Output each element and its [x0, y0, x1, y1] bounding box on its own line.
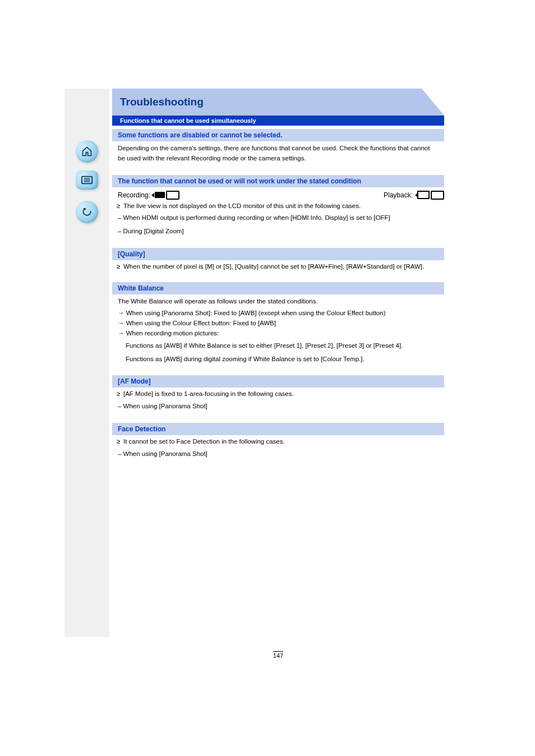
body-text: Depending on the camera's settings, ther…	[112, 141, 444, 165]
arrow-text: → When using the Colour Effect button: F…	[112, 318, 444, 328]
page: Troubleshooting Functions that cannot be…	[0, 0, 535, 756]
mode-icon-set-2	[417, 191, 444, 200]
section-heading: White Balance	[112, 282, 444, 294]
body-text: – When using [Panorama Shot]	[112, 447, 444, 460]
body-text: Functions as [AWB] if White Balance is s…	[112, 339, 444, 352]
body-text: Functions as [AWB] during digital zoomin…	[112, 352, 444, 366]
section-heading: [Quality]	[112, 248, 444, 260]
arrow-text: → When recording motion pictures:	[112, 328, 444, 338]
back-button[interactable]	[76, 201, 98, 223]
home-button[interactable]	[76, 140, 98, 163]
label: Recording:	[118, 191, 150, 199]
arrow-text: → When using [Panorama Shot]: Fixed to […	[112, 308, 444, 318]
page-subtitle: Functions that cannot be used simultaneo…	[112, 116, 444, 126]
sidebar	[64, 89, 109, 637]
label: Playback:	[384, 191, 413, 199]
video-outline-icon	[417, 191, 430, 199]
menu-button[interactable]	[76, 170, 98, 190]
body-text: – When HDMI output is performed during r…	[112, 211, 444, 224]
video-icon	[155, 192, 165, 198]
recording-mode-icons-row: Recording: Playback:	[112, 191, 444, 200]
body-text: The White Balance will operate as follow…	[112, 294, 444, 308]
content: Troubleshooting Functions that cannot be…	[112, 89, 444, 659]
mode-icon-set-1	[155, 191, 179, 200]
bullet-text: [AF Mode] is fixed to 1-area-focusing in…	[112, 389, 444, 399]
page-banner: Troubleshooting	[112, 89, 444, 116]
card-icon	[166, 191, 179, 200]
bullet-text: It cannot be set to Face Detection in th…	[112, 437, 444, 447]
home-icon	[81, 146, 93, 157]
section-heading: [AF Mode]	[112, 375, 444, 388]
section-heading: The function that cannot be used or will…	[112, 175, 444, 187]
section-heading: Some functions are disabled or cannot be…	[112, 129, 444, 141]
back-icon	[81, 206, 93, 218]
body-text: – During [Digital Zoom]	[112, 224, 444, 238]
list-icon	[81, 176, 93, 185]
body-text: – When using [Panorama Shot]	[112, 399, 444, 413]
section-heading: Face Detection	[112, 423, 444, 435]
bullet-text: When the number of pixel is [M] or [S], …	[112, 262, 444, 272]
card-icon	[431, 191, 444, 200]
bullet-text: The live view is not displayed on the LC…	[112, 201, 444, 211]
page-number: 147	[112, 651, 444, 659]
